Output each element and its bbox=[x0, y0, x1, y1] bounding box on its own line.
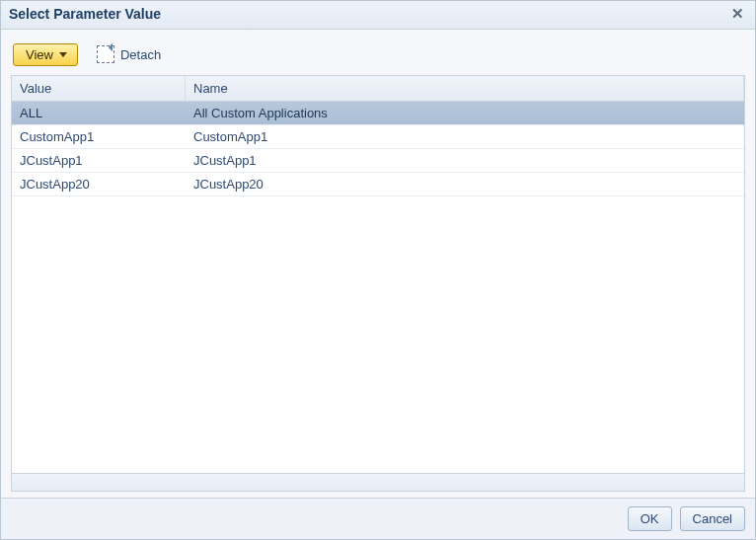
dialog-header: Select Parameter Value ✕ bbox=[1, 1, 755, 30]
table-row[interactable]: JCustApp20JCustApp20 bbox=[12, 173, 744, 196]
detach-button[interactable]: Detach bbox=[90, 41, 168, 67]
toolbar: View Detach bbox=[11, 39, 745, 75]
column-header-name[interactable]: Name bbox=[186, 76, 744, 101]
dialog-body: View Detach Value Name ALLAll Custom App… bbox=[1, 30, 755, 498]
table-header-row: Value Name bbox=[12, 76, 744, 102]
view-menu-button[interactable]: View bbox=[13, 43, 78, 66]
table-row[interactable]: ALLAll Custom Applications bbox=[12, 102, 744, 125]
close-icon[interactable]: ✕ bbox=[728, 5, 747, 23]
parameter-table: Value Name ALLAll Custom ApplicationsCus… bbox=[11, 75, 745, 492]
detach-label: Detach bbox=[120, 47, 161, 62]
cell-value: JCustApp1 bbox=[12, 149, 186, 172]
cell-name: All Custom Applications bbox=[186, 102, 744, 124]
cell-name: JCustApp20 bbox=[186, 173, 744, 195]
dialog-title: Select Parameter Value bbox=[9, 6, 161, 22]
view-menu-label: View bbox=[26, 47, 53, 62]
table-row[interactable]: JCustApp1JCustApp1 bbox=[12, 149, 744, 173]
cell-name: JCustApp1 bbox=[186, 149, 744, 172]
dialog-footer: OK Cancel bbox=[1, 498, 755, 539]
column-header-value[interactable]: Value bbox=[12, 76, 186, 101]
table-footer bbox=[12, 473, 744, 491]
cancel-button[interactable]: Cancel bbox=[680, 506, 745, 531]
ok-button[interactable]: OK bbox=[628, 506, 672, 531]
detach-icon bbox=[97, 45, 114, 63]
chevron-down-icon bbox=[59, 52, 67, 57]
table-body: ALLAll Custom ApplicationsCustomApp1Cust… bbox=[12, 102, 744, 473]
table-row[interactable]: CustomApp1CustomApp1 bbox=[12, 125, 744, 149]
cell-name: CustomApp1 bbox=[186, 125, 744, 148]
select-parameter-dialog: Select Parameter Value ✕ View Detach Val… bbox=[0, 0, 756, 540]
cell-value: ALL bbox=[12, 102, 186, 124]
cell-value: CustomApp1 bbox=[12, 125, 186, 148]
cell-value: JCustApp20 bbox=[12, 173, 186, 195]
